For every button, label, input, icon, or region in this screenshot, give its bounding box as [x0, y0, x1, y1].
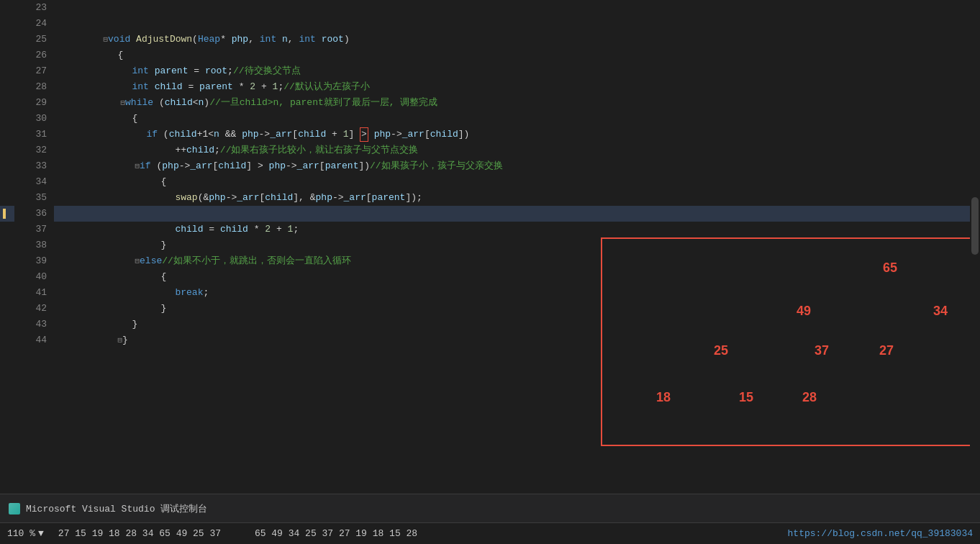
gutter-line-26 [0, 47, 14, 63]
line-num-40: 40 [14, 269, 47, 285]
code-line-33: { [54, 158, 980, 174]
line-num-38: 38 [14, 237, 47, 253]
gutter-line-41 [0, 285, 14, 301]
debug-icon [9, 503, 20, 514]
code-line-44 [54, 332, 980, 348]
line-num-36: 36 [14, 206, 47, 222]
debug-line1: 27 15 19 18 28 34 65 49 25 37 [58, 528, 221, 539]
line-num-27: 27 [14, 63, 47, 79]
code-line-26: int parent = root;//待交换父节点 [54, 47, 980, 63]
code-line-30: if (child+1<n && php->_arr[child + 1] > … [54, 111, 980, 127]
debug-output: 27 15 19 18 28 34 65 49 25 37 65 49 34 2… [58, 528, 788, 539]
gutter-line-31 [0, 127, 14, 142]
gutter-line-35 [0, 190, 14, 206]
code-line-36: child = child * 2 + 1; [54, 206, 980, 222]
code-line-34: swap(&php->_arr[child], &php->_arr[paren… [54, 174, 980, 190]
bottom-bar: 110 % ▼ 27 15 19 18 28 34 65 49 25 37 65… [0, 522, 980, 544]
viz-node-15: 15 [739, 390, 753, 405]
line-num-28: 28 [14, 79, 47, 95]
line-num-37: 37 [14, 222, 47, 237]
editor-container: 23 24 25 26 27 28 29 30 31 32 33 34 35 3… [0, 0, 980, 544]
code-line-43: ⊟} [54, 317, 980, 332]
gutter-line-28 [0, 79, 14, 95]
gutter-line-32 [0, 142, 14, 158]
gutter-line-38 [0, 237, 14, 253]
zoom-down-icon[interactable]: ▼ [38, 528, 44, 539]
gutter-line-33 [0, 158, 14, 174]
code-line-38: ⊟else//如果不小于，就跳出，否则会一直陷入循环 [54, 237, 980, 253]
code-line-42: } [54, 301, 980, 317]
gutter-line-39 [0, 253, 14, 269]
viz-node-28: 28 [802, 390, 817, 405]
code-line-29: { [54, 95, 980, 111]
scrollbar-thumb[interactable] [971, 197, 979, 255]
line-num-42: 42 [14, 301, 47, 317]
line-num-39: 39 [14, 253, 47, 269]
gutter-line-37 [0, 222, 14, 237]
vertical-scrollbar[interactable] [970, 0, 980, 494]
gutter-line-44 [0, 332, 14, 348]
code-line-23 [54, 0, 980, 16]
gutter-line-23 [0, 0, 14, 16]
code-line-28: ⊟while (child<n)//一旦child>n, parent就到了最后… [54, 79, 980, 95]
line-numbers: 23 24 25 26 27 28 29 30 31 32 33 34 35 3… [14, 0, 54, 494]
line-num-44: 44 [14, 332, 47, 348]
code-area: 23 24 25 26 27 28 29 30 31 32 33 34 35 3… [0, 0, 980, 494]
line-num-34: 34 [14, 174, 47, 190]
code-line-31: ++child;//如果右孩子比较小，就让右孩子与父节点交换 [54, 127, 980, 142]
debug-console: Microsoft Visual Studio 调试控制台 [0, 494, 980, 522]
gutter-line-36 [0, 206, 14, 222]
line-num-33: 33 [14, 158, 47, 174]
url-text[interactable]: https://blog.csdn.net/qq_39183034 [788, 528, 973, 539]
line-num-24: 24 [14, 16, 47, 32]
gutter-line-27 [0, 63, 14, 79]
code-line-27: int child = parent * 2 + 1;//默认认为左孩子小 [54, 63, 980, 79]
code-line-35: parent = child;//交换完, 同时向下移动, [54, 190, 980, 206]
gutter-line-24 [0, 16, 14, 32]
line-num-29: 29 [14, 95, 47, 111]
gutter-line-40 [0, 269, 14, 285]
gutter-line-29 [0, 95, 14, 111]
debug-console-title: Microsoft Visual Studio 调试控制台 [26, 502, 207, 515]
gutter [0, 0, 14, 494]
zoom-control: 110 % ▼ [7, 528, 44, 539]
viz-node-18: 18 [656, 390, 671, 405]
debug-line2: 65 49 34 25 37 27 19 18 15 28 [255, 528, 417, 539]
code-content: ⊟void AdjustDown(Heap* php, int n, int r… [54, 0, 980, 494]
gutter-line-25 [0, 32, 14, 47]
zoom-label: 110 % [7, 528, 35, 539]
code-line-39: { [54, 253, 980, 269]
line-num-32: 32 [14, 142, 47, 158]
gutter-line-30 [0, 111, 14, 127]
gutter-line-43 [0, 317, 14, 332]
line-num-43: 43 [14, 317, 47, 332]
line-num-25: 25 [14, 32, 47, 47]
code-line-32: ⊟if (php->_arr[child] > php->_arr[parent… [54, 142, 980, 158]
code-line-24: ⊟void AdjustDown(Heap* php, int n, int r… [54, 16, 980, 32]
code-line-41: } [54, 285, 980, 301]
code-line-37: } [54, 222, 980, 237]
line-num-30: 30 [14, 111, 47, 127]
gutter-line-42 [0, 301, 14, 317]
line-num-31: 31 [14, 127, 47, 142]
line-num-26: 26 [14, 47, 47, 63]
line-num-23: 23 [14, 0, 47, 16]
code-line-40: break; [54, 269, 980, 285]
code-line-25: { [54, 32, 980, 47]
line-num-35: 35 [14, 190, 47, 206]
line-num-41: 41 [14, 285, 47, 301]
gutter-line-34 [0, 174, 14, 190]
